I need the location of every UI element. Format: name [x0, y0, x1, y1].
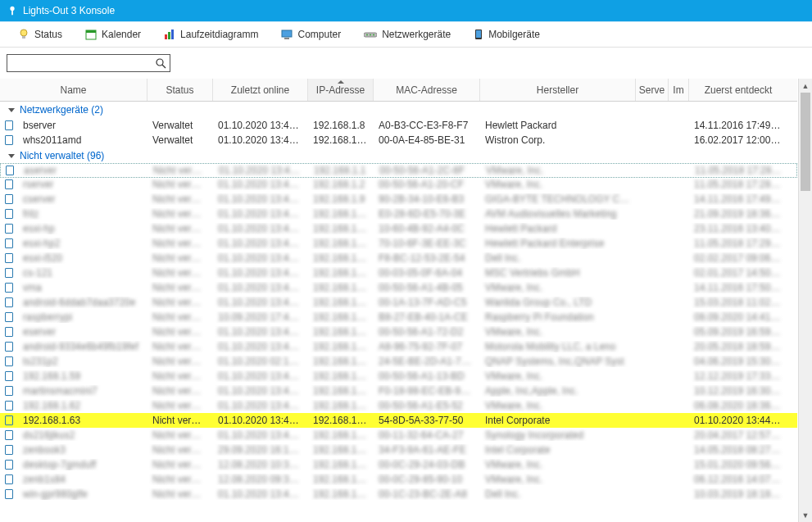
scroll-down-icon[interactable]: ▼ [799, 508, 812, 522]
toolbar-kalender[interactable]: Kalender [74, 24, 152, 45]
device-icon [0, 327, 18, 337]
cell-ip: 192.168.1.22 [308, 252, 374, 264]
cell-mac: 00-11-32-64-CA-27 [374, 429, 480, 441]
svg-rect-16 [476, 30, 481, 38]
cell-name: rserver [18, 179, 147, 190]
table-row[interactable]: fritzNicht verwaltet01.10.2020 13:44:091… [0, 207, 797, 221]
col-name[interactable]: Name [0, 79, 147, 101]
col-mfr[interactable]: Hersteller [480, 79, 636, 101]
svg-rect-5 [86, 30, 96, 33]
cell-disc: 16.02.2017 12:00:43 [689, 134, 787, 146]
computer-icon [281, 29, 293, 40]
table-row[interactable]: android-9334e6b49fb19fefNicht verwaltet0… [0, 339, 797, 354]
cell-status: Nicht verwaltet [147, 311, 213, 323]
toolbar-computer[interactable]: Computer [270, 24, 352, 45]
group-nicht-verwaltet[interactable]: Nicht verwaltet (96) [0, 148, 797, 164]
cell-mac: 34-F3-9A-61-AE-FE [374, 444, 480, 456]
cell-mac: 54-8D-5A-33-77-50 [374, 415, 480, 426]
vertical-scrollbar[interactable]: ▲ ▼ [798, 79, 812, 522]
bulb-icon [18, 29, 29, 40]
col-im[interactable]: Im [669, 79, 689, 101]
col-disc[interactable]: Zuerst entdeckt [689, 79, 787, 101]
table-row[interactable]: desktop-7gmduffNicht verwaltet12.08.2020… [0, 457, 797, 472]
table-row[interactable]: vmaNicht verwaltet01.10.2020 13:43:59192… [0, 280, 797, 295]
table-row[interactable]: esxi-i520Nicht verwaltet01.10.2020 13:44… [0, 251, 797, 266]
cell-mac: E0-28-6D-E5-70-3E [374, 208, 480, 220]
table-row[interactable]: cserverNicht verwaltet01.10.2020 13:43:5… [0, 192, 797, 207]
cell-mac: 24-5E-BE-2D-A1-72,24-5 [374, 356, 480, 367]
table-row[interactable]: zenbook3Nicht verwaltet29.09.2020 16:16:… [0, 443, 797, 457]
device-icon [0, 460, 18, 470]
table-row[interactable]: raspberrypiNicht verwaltet10.09.2020 17:… [0, 310, 797, 325]
table-row[interactable]: eserverNicht verwaltet01.10.2020 13:44:1… [0, 325, 797, 339]
table-row[interactable]: android-6ddab7daa3720eNicht verwaltet01.… [0, 295, 797, 310]
col-mac[interactable]: MAC-Adresse [374, 79, 480, 101]
table-row[interactable]: rserverNicht verwaltet01.10.2020 13:43:5… [0, 177, 797, 192]
scroll-thumb[interactable] [801, 93, 810, 191]
col-status[interactable]: Status [147, 79, 213, 101]
cell-status: Nicht verwaltet [147, 429, 213, 441]
app-icon [7, 5, 18, 16]
cell-name: bserver [18, 120, 147, 131]
table-row-highlighted[interactable]: 192.168.1.63 Nicht verwaltet 01.10.2020 … [0, 413, 797, 428]
cell-name: whs2011amd [18, 134, 147, 146]
searchbar [0, 48, 812, 79]
group-netzwerkgeraete[interactable]: Netzwerkgeräte (2) [0, 102, 797, 118]
window-title: Lights-Out 3 Konsole [23, 5, 115, 16]
col-serve[interactable]: Serve [636, 79, 669, 101]
cell-disc: 15.01.2020 09:56:44 [689, 459, 787, 470]
toolbar-mobil[interactable]: Mobilgeräte [462, 24, 551, 45]
table-row[interactable]: ds216jikus2Nicht verwaltet01.10.2020 13:… [0, 428, 797, 443]
cell-name: 192.168.1.62 [18, 400, 147, 411]
scroll-up-icon[interactable]: ▲ [799, 79, 812, 93]
cell-mfr: VMware, Inc. [480, 179, 636, 190]
table-row[interactable]: 192.168.1.59Nicht verwaltet01.10.2020 13… [0, 369, 797, 384]
cell-mfr: Hewlett Packard [480, 223, 636, 234]
grid-container: Name Status Zuletzt online IP-Adresse MA… [0, 79, 812, 522]
table-row[interactable]: esxi-hpNicht verwaltet01.10.2020 13:44:0… [0, 221, 797, 236]
cell-disc: 02.02.2017 09:06:28 [689, 252, 787, 264]
table-row[interactable]: bserverVerwaltet01.10.2020 13:44:15192.1… [0, 118, 797, 133]
cell-status: Nicht verwaltet [147, 341, 213, 352]
cell-mac: 70-10-6F-3E-EE-3C [374, 238, 480, 249]
cell-disc: 05.09.2019 16:59:45 [689, 326, 787, 338]
cell-mfr: Synology Incorporated [480, 429, 636, 441]
search-input[interactable] [11, 57, 155, 69]
table-row[interactable]: esxi-hp2Nicht verwaltet01.10.2020 13:44:… [0, 236, 797, 251]
cell-mfr: VMware, Inc. [480, 282, 636, 293]
toolbar-laufzeit[interactable]: Laufzeitdiagramm [152, 24, 270, 45]
cell-status: Nicht verwaltet [147, 356, 213, 367]
cell-online: 01.10.2020 02:17:58 [213, 356, 308, 367]
table-row[interactable]: zenb1s84Nicht verwaltet12.08.2020 09:36:… [0, 472, 797, 487]
table-row[interactable]: ts231p2Nicht verwaltet01.10.2020 02:17:5… [0, 354, 797, 369]
search-icon[interactable] [155, 57, 166, 69]
cell-online: 01.10.2020 13:43:59 [214, 165, 309, 176]
toolbar-mobil-label: Mobilgeräte [488, 29, 540, 40]
device-icon [0, 445, 18, 455]
cell-online: 01.10.2020 13:43:59 [213, 267, 308, 279]
cell-mac: 00-50-56-A1-72-D2 [374, 326, 480, 338]
cell-name: esxi-i520 [18, 252, 147, 264]
cell-status: Nicht verwaltet [147, 238, 213, 249]
toolbar-netzwerk[interactable]: Netzwerkgeräte [352, 24, 462, 45]
col-ip[interactable]: IP-Adresse [308, 79, 374, 101]
table-row[interactable]: win-gpr980glfeNicht verwaltet01.10.2020 … [0, 487, 797, 502]
col-online[interactable]: Zuletzt online [213, 79, 308, 101]
cell-ip: 192.168.1.58 [308, 356, 374, 367]
cell-disc: 14.11.2016 17:50:13 [689, 282, 787, 293]
cell-mfr: AVM Audiovisuelles Marketing [480, 208, 636, 220]
table-row[interactable]: 192.168.1.62Nicht verwaltet01.10.2020 13… [0, 398, 797, 413]
table-row[interactable]: whs2011amdVerwaltet01.10.2020 13:40:2219… [0, 133, 797, 148]
toolbar-status[interactable]: Status [7, 24, 74, 45]
cell-name: esxi-hp2 [18, 238, 147, 249]
cell-mac: B8-27-EB-40-1A-CE [374, 311, 480, 323]
cell-online: 01.10.2020 13:44:17 [213, 341, 308, 352]
cell-status: Nicht verwaltet [147, 385, 213, 397]
table-row[interactable]: martinsmacmini7Nicht verwaltet01.10.2020… [0, 384, 797, 398]
table-row[interactable]: aserverNicht verwaltet01.10.2020 13:43:5… [0, 163, 797, 178]
cell-status: Nicht verwaltet [147, 488, 213, 500]
network-icon [364, 29, 377, 40]
cell-disc: 14.05.2018 08:27:42 [689, 444, 787, 456]
searchbox[interactable] [7, 54, 170, 72]
table-row[interactable]: cs-121Nicht verwaltet01.10.2020 13:43:59… [0, 266, 797, 280]
